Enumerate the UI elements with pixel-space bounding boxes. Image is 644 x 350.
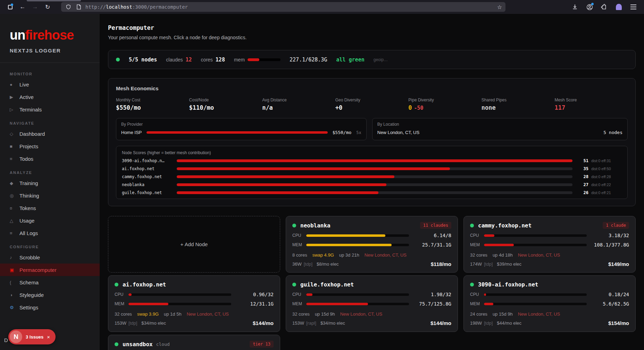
reload-button[interactable]: ↻	[42, 2, 53, 12]
by-provider-card: By Provider Home ISP $550/mo 5x	[116, 118, 367, 140]
sidebar-item[interactable]: ■ Projects	[0, 140, 100, 152]
node-score-row: ai.foxhop.net 35 dist:0 eff:50	[122, 166, 622, 171]
forward-button[interactable]: →	[30, 2, 40, 12]
mem-meter-fill	[484, 244, 514, 246]
sidebar-item-label: Live	[19, 82, 29, 88]
back-button[interactable]: ←	[17, 2, 28, 12]
mesh-stat-label: Geo Diversity	[335, 98, 409, 102]
bookmark-star-icon[interactable]: ☆	[497, 4, 502, 10]
node-elec-cost: $39/mo elec	[497, 261, 521, 267]
sidebar-item-label: Active	[19, 94, 34, 100]
sidebar-item[interactable]: ● Live	[0, 78, 100, 91]
sidebar-section-items: ◆ Training ◎ Thinking ¤ Tokens	[0, 177, 100, 239]
by-location-label: By Location	[377, 122, 622, 127]
mesh-stat-label: Pipe Diversity	[408, 98, 482, 102]
sidebar-item[interactable]: ◇ Dashboard	[0, 127, 100, 140]
sidebar-item-label: Permacomputer	[19, 267, 57, 273]
sidebar-item[interactable]: △ Usage	[0, 214, 100, 227]
mesh-stat-label: Mesh Score	[554, 98, 628, 102]
toolbar-actions	[571, 3, 639, 11]
sidebar-item[interactable]: ▣ Permacomputer	[0, 264, 100, 276]
node-card[interactable]: guile.foxhop.net CPU 1.98/32 MEM 75.7/12…	[286, 275, 458, 332]
account-icon[interactable]	[586, 3, 593, 11]
app-subtitle: NEXTJS LOGGER	[0, 43, 100, 53]
node-uptime: up 1d 5h	[164, 311, 182, 317]
node-monthly-cost: $149/mo	[608, 261, 629, 267]
nextjs-logo-icon: N	[10, 331, 22, 343]
browser-tab[interactable]	[27, 0, 81, 1]
node-swap: swap 3.9G	[137, 311, 159, 317]
node-card[interactable]: 3090-ai.foxhop.net CPU 0.18/24 MEM 5.6/6…	[463, 275, 636, 332]
browser-toolbar: ← → ↻ http://localhost:3000/permacompute…	[0, 0, 644, 14]
issues-count: 3 Issues	[26, 334, 43, 340]
mem-label: MEM	[470, 301, 484, 306]
sidebar-item-label: Usage	[19, 218, 34, 224]
mesh-stat-value: 117	[554, 104, 628, 111]
score-meter	[177, 183, 572, 186]
node-card[interactable]: cammy.foxhop.net 1 claude CPU 3.18/32 ME…	[463, 216, 636, 273]
node-card[interactable]: ai.foxhop.net CPU 0.96/32 MEM 12/31.1G	[108, 275, 280, 332]
mem-value: 227.1/628.3G	[290, 57, 327, 63]
sidebar-item[interactable]: { Schema	[0, 276, 100, 289]
node-elec-cost: $44/mo elec	[497, 320, 521, 326]
mesh-stat: Geo Diversity +0	[335, 98, 409, 111]
issues-badge[interactable]: N 3 Issues ×	[8, 329, 56, 344]
cpu-label: CPU	[292, 292, 306, 297]
node-card[interactable]: neoblanka 11 claudes CPU 6.14/8 MEM 25.7…	[286, 216, 458, 273]
node-uptime: up 15d 9h	[493, 311, 513, 317]
ghost-extension-icon[interactable]	[615, 3, 622, 11]
mesh-stat-value-main: none	[482, 104, 496, 111]
node-name: 3090-ai.foxhop.net	[478, 281, 538, 288]
node-elec-cost: $34/mo elec	[320, 320, 345, 326]
mem-meter	[306, 303, 409, 305]
page-info-icon[interactable]	[75, 3, 83, 11]
node-location: New London, CT, US	[340, 311, 382, 317]
main-content: Permacomputer Your personal compute mesh…	[100, 14, 644, 350]
sidebar-item-icon: ◇	[10, 131, 19, 136]
mesh-economics-panel: Mesh Economics Monthly Cost $550/mo Cost…	[108, 78, 636, 206]
provider-name: Home ISP	[121, 130, 142, 135]
sidebar-item[interactable]: ♪ Scrobble	[0, 251, 100, 264]
url-bar[interactable]: http://localhost:3000/permacomputer ☆	[61, 2, 505, 12]
score-value: 35	[577, 166, 588, 171]
close-icon[interactable]: ×	[47, 334, 50, 340]
node-elec-cost: $34/mo elec	[141, 320, 166, 326]
sidebar-item[interactable]: ◆ Training	[0, 177, 100, 189]
cpu-label: CPU	[292, 233, 306, 238]
sidebar-item[interactable]: ▶ Active	[0, 91, 100, 103]
node-cores: 32 cores	[115, 311, 132, 317]
node-name: neoblanka	[300, 222, 331, 229]
sidebar-item[interactable]: ≡ Todos	[0, 152, 100, 165]
sidebar-item[interactable]: ¤ Tokens	[0, 202, 100, 214]
location-name: New London, CT, US	[377, 130, 419, 135]
score-value: 28	[577, 174, 588, 179]
sidebar-item[interactable]: ≡ All Logs	[0, 227, 100, 239]
shield-icon[interactable]	[65, 3, 72, 11]
score-meter-fill	[177, 167, 450, 170]
downloads-icon[interactable]	[571, 3, 579, 11]
mesh-stat-value: $550/mo	[116, 104, 189, 111]
menu-icon[interactable]	[629, 3, 637, 11]
sidebar-item[interactable]: ⚙ Settings	[0, 301, 100, 314]
node-status-dot	[115, 283, 118, 286]
sidebar-item-label: All Logs	[19, 230, 38, 236]
node-monthly-cost: $144/mo	[253, 320, 274, 326]
provider-multiplier: 5x	[356, 130, 361, 135]
mem-label: MEM	[470, 242, 484, 247]
extensions-icon[interactable]	[600, 3, 608, 11]
add-node-button[interactable]: + Add Node	[108, 216, 280, 273]
mem-meter-fill	[128, 303, 168, 305]
provider-meter	[147, 131, 327, 134]
node-power: 153W	[292, 320, 304, 326]
mesh-stat-value-main: $110/mo	[189, 104, 214, 111]
sidebar-item[interactable]: ▷ Terminals	[0, 103, 100, 116]
score-meta: dist:0 eff:50	[591, 167, 622, 171]
firefox-view-icon[interactable]	[5, 2, 15, 12]
cpu-value: 6.14/8	[413, 233, 451, 238]
sidebar-item[interactable]: ◑ Styleguide	[0, 289, 100, 301]
node-card-unsandbox[interactable]: unsandbox cloud tier 13	[108, 335, 280, 350]
mesh-stat-value: 0-50	[408, 104, 482, 111]
mesh-stat-value-main: $550/mo	[116, 104, 141, 111]
sidebar-item[interactable]: ◎ Thinking	[0, 189, 100, 202]
score-meter-fill	[177, 191, 378, 194]
